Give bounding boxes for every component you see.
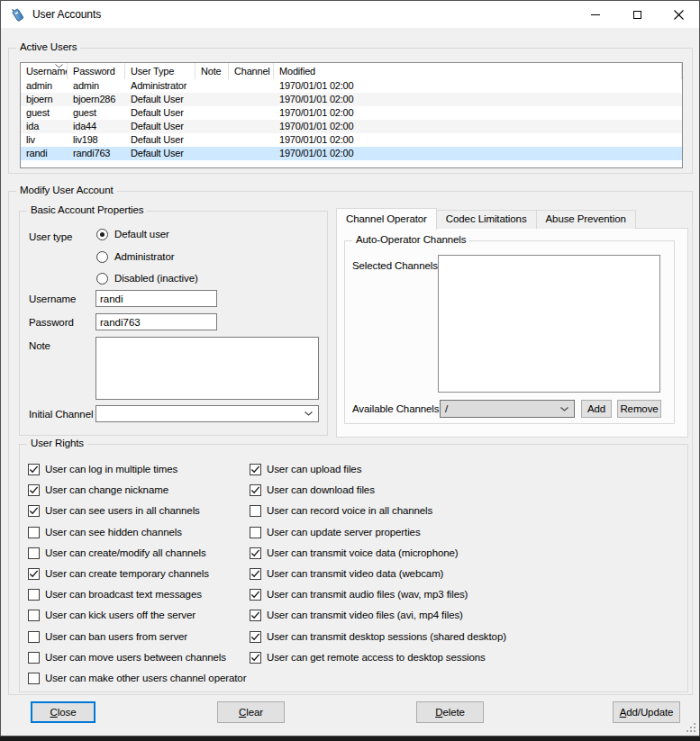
radio-icon	[96, 251, 108, 263]
add-channel-button[interactable]: Add	[581, 400, 612, 418]
user-type-option-disabled-inactive[interactable]: Disabled (inactive)	[96, 271, 198, 285]
checkbox-user-can-move-users-between-channels[interactable]: User can move users between channels	[28, 650, 226, 664]
maximize-button[interactable]	[616, 1, 658, 28]
user-type-option-default-user[interactable]: Default user	[96, 227, 169, 241]
note-field[interactable]	[95, 337, 319, 400]
checkbox-label: User can get remote access to desktop se…	[267, 652, 486, 663]
checkbox-user-can-see-hidden-channels[interactable]: User can see hidden channels	[28, 525, 182, 539]
table-row-randi[interactable]: randirandi763Default User1970/01/01 02:0…	[21, 147, 682, 160]
cell-channel	[229, 79, 274, 93]
add-update-button[interactable]: Add/Update	[613, 701, 680, 723]
checkbox-user-can-record-voice-in-all-channels[interactable]: User can record voice in all channels	[250, 503, 432, 518]
cell-password: admin	[68, 79, 125, 93]
checkbox-checked-icon	[28, 464, 40, 475]
column-header-user-type[interactable]: User Type	[125, 63, 195, 79]
checkbox-checked-icon	[250, 610, 261, 621]
delete-button[interactable]: Delete	[416, 701, 484, 723]
cell-note	[195, 147, 229, 160]
users-table[interactable]: UsernamePasswordUser TypeNoteChannelModi…	[20, 62, 683, 168]
basic-account-properties-group-label: Basic Account Properties	[27, 204, 147, 215]
column-header-note[interactable]: Note	[195, 63, 229, 79]
cell-username: guest	[21, 106, 68, 120]
checkbox-user-can-upload-files[interactable]: User can upload files	[250, 462, 361, 476]
note-label: Note	[29, 340, 50, 351]
button-label: Add/Update	[620, 707, 674, 718]
table-row-guest[interactable]: guestguestDefault User1970/01/01 02:00	[21, 106, 682, 120]
table-row-bjoern[interactable]: bjoernbjoern286Default User1970/01/01 02…	[21, 93, 682, 106]
cell-username: admin	[21, 79, 68, 93]
checkbox-user-can-broadcast-text-messages[interactable]: User can broadcast text messages	[28, 587, 202, 601]
users-table-header: UsernamePasswordUser TypeNoteChannelModi…	[21, 63, 682, 79]
checkbox-user-can-update-server-properties[interactable]: User can update server properties	[250, 525, 421, 539]
checkbox-user-can-change-nickname[interactable]: User can change nickname	[28, 483, 168, 497]
cell-note	[195, 93, 229, 106]
checkbox-label: User can log in multiple times	[45, 464, 177, 474]
checkbox-user-can-create-temporary-channels[interactable]: User can create temporary channels	[28, 566, 209, 581]
checkbox-user-can-see-users-in-all-channels[interactable]: User can see users in all channels	[28, 503, 200, 518]
resize-grip[interactable]	[684, 720, 695, 732]
checkbox-user-can-transmit-video-files-avi-mp4-files[interactable]: User can transmit video files (avi, mp4 …	[250, 608, 463, 622]
checkbox-unchecked-icon	[28, 610, 40, 621]
table-row-ida[interactable]: idaida44Default User1970/01/01 02:00	[21, 120, 682, 133]
cell-channel	[229, 106, 274, 120]
minimize-button[interactable]	[575, 1, 616, 28]
checkbox-user-can-transmit-desktop-sessions-shared-desktop[interactable]: User can transmit desktop sessions (shar…	[250, 629, 506, 644]
available-channels-value: /	[445, 403, 448, 414]
checkbox-user-can-transmit-audio-files-wav-mp3-files[interactable]: User can transmit audio files (wav, mp3 …	[250, 587, 468, 601]
initial-channel-combobox[interactable]	[95, 405, 319, 422]
clear-button[interactable]: Clear	[217, 701, 285, 723]
table-row-liv[interactable]: livliv198Default User1970/01/01 02:00	[21, 133, 682, 147]
checkbox-label: User can move users between channels	[45, 652, 226, 663]
checkbox-user-can-create-modify-all-channels[interactable]: User can create/modify all channels	[28, 546, 206, 560]
checkbox-checked-icon	[250, 464, 261, 475]
close-window-button[interactable]	[658, 1, 699, 28]
checkbox-user-can-ban-users-from-server[interactable]: User can ban users from server	[28, 629, 187, 644]
checkbox-user-can-log-in-multiple-times[interactable]: User can log in multiple times	[28, 462, 177, 476]
cell-password: liv198	[68, 133, 125, 147]
remove-channel-button[interactable]: Remove	[617, 400, 661, 418]
cell-user-type: Default User	[125, 120, 195, 133]
checkbox-user-can-transmit-video-data-webcam[interactable]: User can transmit video data (webcam)	[250, 566, 443, 581]
cell-note	[195, 120, 229, 133]
radio-label: Administrator	[114, 251, 174, 262]
checkbox-checked-icon	[250, 547, 261, 559]
available-channels-combobox[interactable]: /	[440, 400, 575, 418]
checkbox-label: User can make other users channel operat…	[45, 673, 246, 683]
column-header-modified[interactable]: Modified	[274, 63, 682, 79]
selected-channels-label: Selected Channels	[352, 260, 438, 271]
checkbox-unchecked-icon	[28, 547, 40, 559]
checkbox-user-can-kick-users-off-the-server[interactable]: User can kick users off the server	[28, 608, 195, 622]
users-table-body: adminadminAdministrator1970/01/01 02:00b…	[21, 79, 682, 160]
tab-codec-limitations[interactable]: Codec Limitations	[436, 210, 537, 229]
available-channels-label: Available Channels	[352, 403, 439, 414]
close-button[interactable]: Close	[31, 701, 95, 723]
chevron-down-icon	[560, 407, 568, 411]
password-field[interactable]	[95, 313, 217, 330]
checkbox-label: User can see users in all channels	[45, 505, 200, 516]
tab-channel-operator[interactable]: Channel Operator	[336, 208, 437, 230]
column-header-password[interactable]: Password	[68, 63, 125, 79]
checkbox-user-can-download-files[interactable]: User can download files	[250, 483, 375, 497]
cell-note	[195, 79, 229, 93]
tab-abuse-prevention[interactable]: Abuse Prevention	[536, 210, 636, 229]
radio-label: Default user	[114, 229, 169, 239]
checkbox-label: User can download files	[267, 484, 375, 495]
table-row-admin[interactable]: adminadminAdministrator1970/01/01 02:00	[21, 79, 682, 93]
checkbox-user-can-make-other-users-channel-operator[interactable]: User can make other users channel operat…	[28, 671, 246, 685]
cell-user-type: Default User	[125, 93, 195, 106]
username-field[interactable]	[95, 290, 217, 307]
cell-user-type: Default User	[125, 133, 195, 147]
cell-channel	[229, 133, 274, 147]
auto-operator-channels-group-label: Auto-Operator Channels	[352, 234, 469, 245]
cell-username: randi	[21, 147, 68, 160]
selected-channels-listbox[interactable]	[438, 255, 660, 393]
checkbox-user-can-get-remote-access-to-desktop-sessions[interactable]: User can get remote access to desktop se…	[250, 650, 486, 664]
column-header-channel[interactable]: Channel	[229, 63, 274, 79]
checkbox-user-can-transmit-voice-data-microphone[interactable]: User can transmit voice data (microphone…	[250, 546, 459, 560]
title-bar[interactable]: User Accounts	[1, 1, 699, 28]
user-type-option-administrator[interactable]: Administrator	[96, 249, 174, 264]
checkbox-unchecked-icon	[28, 631, 40, 643]
checkbox-unchecked-icon	[250, 527, 261, 538]
cell-user-type: Administrator	[125, 79, 195, 93]
cell-modified: 1970/01/01 02:00	[274, 106, 682, 120]
